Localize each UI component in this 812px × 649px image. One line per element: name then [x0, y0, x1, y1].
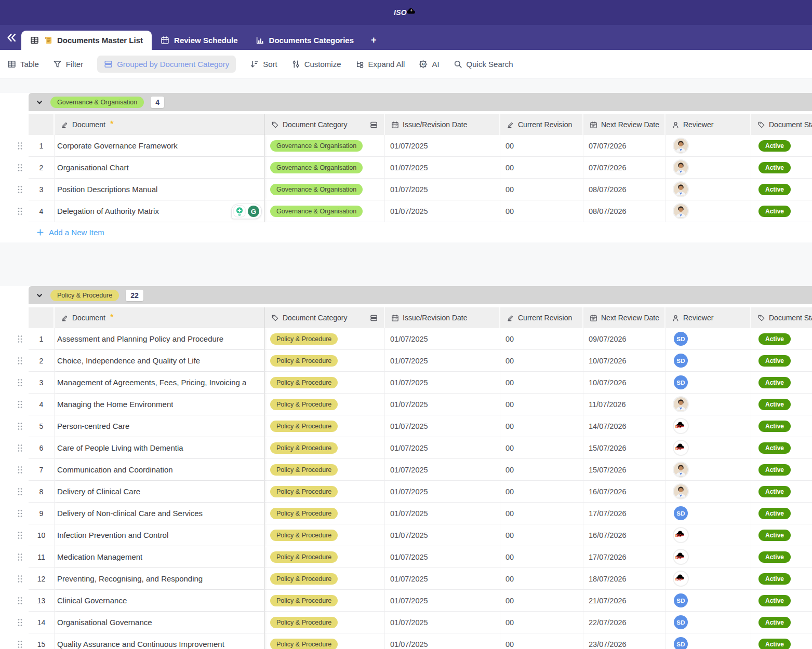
document-status-cell[interactable]: Active [751, 546, 812, 567]
next-review-date-cell[interactable]: 10/07/2026 [583, 350, 665, 371]
reviewer-cell[interactable]: ISO+ [665, 524, 751, 546]
document-category-cell[interactable]: Policy & Procedure [265, 350, 385, 371]
drag-handle-icon[interactable] [17, 640, 23, 648]
reviewer-avatar-initials[interactable]: SD [674, 506, 688, 520]
document-category-cell[interactable]: Governance & Organisation [265, 200, 385, 222]
table-view-button[interactable]: Table [7, 60, 39, 69]
next-review-date-cell[interactable]: 15/07/2026 [583, 437, 665, 458]
reviewer-avatar-iso-logo[interactable]: ISO+ [674, 572, 688, 586]
column-header-document[interactable]: Document★ [55, 114, 265, 135]
reviewer-avatar-photo[interactable] [674, 139, 688, 153]
current-revision-cell[interactable]: 00 [500, 179, 583, 200]
issue-revision-date-cell[interactable]: 01/07/2025 [385, 200, 500, 222]
document-name-cell[interactable]: Preventing, Recognising, and Responding [55, 568, 265, 589]
drag-handle-icon[interactable] [17, 334, 23, 343]
reviewer-avatar-photo[interactable] [674, 463, 688, 477]
document-name-cell[interactable]: Assessment and Planning Policy and Proce… [55, 328, 265, 349]
document-status-cell[interactable]: Active [751, 437, 812, 458]
document-status-cell[interactable]: Active [751, 612, 812, 633]
next-review-date-cell[interactable]: 16/07/2026 [583, 524, 665, 546]
reviewer-cell[interactable]: ISO+ [665, 437, 751, 458]
document-category-cell[interactable]: Policy & Procedure [265, 633, 385, 649]
next-review-date-cell[interactable]: 15/07/2026 [583, 459, 665, 480]
document-name-cell[interactable]: Care of People Living with Dementia [55, 437, 265, 458]
reviewer-cell[interactable] [665, 200, 751, 222]
document-name-cell[interactable]: Organisational Chart [55, 157, 265, 178]
reviewer-avatar-photo[interactable] [674, 160, 688, 174]
issue-revision-date-cell[interactable]: 01/07/2025 [385, 394, 500, 415]
document-category-cell[interactable]: Policy & Procedure [265, 372, 385, 393]
next-review-date-cell[interactable]: 17/07/2026 [583, 546, 665, 567]
column-header-current-revision[interactable]: Current Revision [500, 114, 583, 135]
document-name-cell[interactable]: Person-centred Care [55, 415, 265, 437]
reviewer-cell[interactable]: SD [665, 350, 751, 371]
document-name-cell[interactable]: Communication and Coordination [55, 459, 265, 480]
next-review-date-cell[interactable]: 07/07/2026 [583, 135, 665, 156]
grammarly-icon[interactable]: G [247, 205, 260, 218]
column-header-issue-revision-date[interactable]: Issue/Revision Date [385, 114, 500, 135]
next-review-date-cell[interactable]: 21/07/2026 [583, 590, 665, 611]
current-revision-cell[interactable]: 00 [500, 503, 583, 524]
current-revision-cell[interactable]: 00 [500, 568, 583, 589]
reviewer-cell[interactable]: SD [665, 372, 751, 393]
next-review-date-cell[interactable]: 10/07/2026 [583, 372, 665, 393]
reviewer-cell[interactable] [665, 135, 751, 156]
current-revision-cell[interactable]: 00 [500, 350, 583, 371]
grouped-by-button[interactable]: Grouped by Document Category [97, 56, 236, 73]
reviewer-avatar-photo[interactable] [674, 397, 688, 411]
next-review-date-cell[interactable]: 14/07/2026 [583, 415, 665, 437]
document-name-cell[interactable]: Delivery of Non-clinical Care and Servic… [55, 503, 265, 524]
document-category-cell[interactable]: Policy & Procedure [265, 612, 385, 633]
issue-revision-date-cell[interactable]: 01/07/2025 [385, 459, 500, 480]
reviewer-cell[interactable] [665, 394, 751, 415]
next-review-date-cell[interactable]: 18/07/2026 [583, 568, 665, 589]
reviewer-cell[interactable]: SD [665, 633, 751, 649]
issue-revision-date-cell[interactable]: 01/07/2025 [385, 415, 500, 437]
document-status-cell[interactable]: Active [751, 459, 812, 480]
reviewer-avatar-initials[interactable]: SD [674, 375, 688, 389]
drag-handle-icon[interactable] [17, 465, 23, 474]
reviewer-cell[interactable]: ISO+ [665, 546, 751, 567]
add-new-item-row[interactable]: Add a New Item [29, 222, 812, 242]
drag-handle-icon[interactable] [17, 141, 23, 150]
document-category-cell[interactable]: Governance & Organisation [265, 157, 385, 178]
issue-revision-date-cell[interactable]: 01/07/2025 [385, 503, 500, 524]
column-header-issue-revision-date[interactable]: Issue/Revision Date [385, 307, 500, 328]
current-revision-cell[interactable]: 00 [500, 590, 583, 611]
issue-revision-date-cell[interactable]: 01/07/2025 [385, 135, 500, 156]
document-category-cell[interactable]: Policy & Procedure [265, 328, 385, 349]
column-header-document[interactable]: Document★ [55, 307, 265, 328]
document-status-cell[interactable]: Active [751, 633, 812, 649]
column-header-document-status[interactable]: Document Status [751, 307, 812, 328]
document-status-cell[interactable]: Active [751, 179, 812, 200]
drag-handle-icon[interactable] [17, 185, 23, 194]
next-review-date-cell[interactable]: 17/07/2026 [583, 503, 665, 524]
reviewer-avatar-initials[interactable]: SD [674, 637, 688, 649]
document-category-cell[interactable]: Policy & Procedure [265, 524, 385, 546]
drag-handle-icon[interactable] [17, 163, 23, 172]
drag-handle-icon[interactable] [17, 509, 23, 518]
column-header-next-review-date[interactable]: Next Review Date [583, 114, 665, 135]
next-review-date-cell[interactable]: 08/07/2026 [583, 200, 665, 222]
drag-handle-icon[interactable] [17, 487, 23, 496]
column-header-reviewer[interactable]: Reviewer [665, 307, 751, 328]
reviewer-cell[interactable] [665, 157, 751, 178]
document-name-cell[interactable]: Choice, Independence and Quality of Life [55, 350, 265, 371]
column-header-document-category[interactable]: Document Category [265, 114, 385, 135]
drag-handle-icon[interactable] [17, 378, 23, 387]
next-review-date-cell[interactable]: 22/07/2026 [583, 612, 665, 633]
quick-search-button[interactable]: Quick Search [454, 60, 513, 69]
current-revision-cell[interactable]: 00 [500, 372, 583, 393]
document-status-cell[interactable]: Active [751, 328, 812, 349]
document-name-cell[interactable]: Management of Agreements, Fees, Pricing,… [55, 372, 265, 393]
document-status-cell[interactable]: Active [751, 568, 812, 589]
drag-handle-icon[interactable] [17, 356, 23, 365]
next-review-date-cell[interactable]: 11/07/2026 [583, 394, 665, 415]
document-category-cell[interactable]: Policy & Procedure [265, 437, 385, 458]
drag-handle-icon[interactable] [17, 400, 23, 409]
document-status-cell[interactable]: Active [751, 200, 812, 222]
document-status-cell[interactable]: Active [751, 590, 812, 611]
tab-review-schedule[interactable]: Review Schedule [152, 31, 247, 50]
drag-handle-icon[interactable] [17, 531, 23, 539]
issue-revision-date-cell[interactable]: 01/07/2025 [385, 481, 500, 502]
